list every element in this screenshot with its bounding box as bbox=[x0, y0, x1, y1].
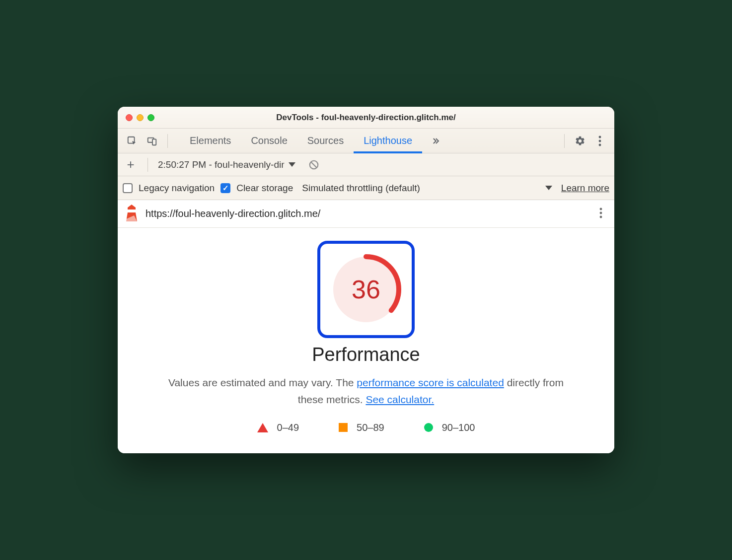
square-icon bbox=[339, 423, 348, 432]
separator bbox=[167, 134, 168, 148]
svg-point-14 bbox=[600, 216, 602, 218]
svg-rect-9 bbox=[129, 210, 135, 212]
chevron-down-icon bbox=[289, 162, 295, 167]
kebab-menu-icon[interactable] bbox=[591, 133, 608, 149]
legend-fail-range: 0–49 bbox=[277, 422, 299, 433]
throttling-label: Simulated throttling (default) bbox=[302, 183, 420, 194]
score-description: Values are estimated and may vary. The p… bbox=[162, 374, 570, 408]
legacy-navigation-checkbox[interactable] bbox=[123, 183, 133, 193]
throttling-selector[interactable]: Simulated throttling (default) bbox=[302, 183, 420, 194]
svg-point-13 bbox=[600, 212, 602, 214]
report-menu-icon[interactable] bbox=[594, 205, 607, 223]
clear-report-icon[interactable] bbox=[305, 156, 322, 173]
window-title: DevTools - foul-heavenly-direction.glitc… bbox=[118, 113, 614, 123]
svg-point-3 bbox=[599, 136, 601, 139]
svg-line-7 bbox=[311, 162, 316, 167]
tab-elements[interactable]: Elements bbox=[180, 129, 241, 153]
svg-point-4 bbox=[599, 140, 601, 142]
main-toolbar: Elements Console Sources Lighthouse bbox=[118, 129, 614, 153]
triangle-icon bbox=[257, 423, 268, 432]
svg-marker-8 bbox=[128, 205, 136, 210]
legend-fail: 0–49 bbox=[257, 422, 299, 433]
score-legend: 0–49 50–89 90–100 bbox=[118, 422, 614, 433]
devtools-window: DevTools - foul-heavenly-direction.glitc… bbox=[118, 107, 614, 453]
tested-url: https://foul-heavenly-direction.glitch.m… bbox=[146, 208, 587, 219]
report-url-row: https://foul-heavenly-direction.glitch.m… bbox=[118, 200, 614, 228]
learn-more-link[interactable]: Learn more bbox=[561, 183, 609, 194]
svg-point-5 bbox=[599, 144, 601, 146]
legend-average: 50–89 bbox=[339, 422, 384, 433]
panel-tabs: Elements Console Sources Lighthouse bbox=[180, 129, 557, 153]
device-toolbar-icon[interactable] bbox=[144, 133, 160, 149]
performance-gauge[interactable]: 36 bbox=[329, 252, 403, 327]
legacy-navigation-label: Legacy navigation bbox=[139, 183, 215, 194]
circle-icon bbox=[424, 423, 433, 432]
score-calc-link[interactable]: performance score is calculated bbox=[357, 377, 504, 388]
legend-avg-range: 50–89 bbox=[357, 422, 384, 433]
see-calculator-link[interactable]: See calculator. bbox=[366, 394, 434, 405]
legend-pass-range: 90–100 bbox=[442, 422, 475, 433]
score-gauge-highlight: 36 bbox=[317, 241, 415, 338]
options-bar: Legacy navigation Clear storage Simulate… bbox=[118, 176, 614, 200]
report-selector[interactable]: 2:50:27 PM - foul-heavenly-dir bbox=[158, 159, 295, 170]
tab-lighthouse[interactable]: Lighthouse bbox=[354, 129, 422, 153]
performance-score: 36 bbox=[329, 252, 403, 327]
category-title: Performance bbox=[118, 344, 614, 365]
separator bbox=[147, 158, 148, 172]
clear-storage-checkbox[interactable] bbox=[220, 183, 230, 193]
more-tabs-icon[interactable] bbox=[427, 133, 444, 149]
desc-text: Values are estimated and may vary. The bbox=[168, 377, 357, 388]
legend-pass: 90–100 bbox=[424, 422, 475, 433]
report-body: 36 Performance Values are estimated and … bbox=[118, 228, 614, 453]
new-report-button[interactable]: + bbox=[124, 157, 138, 172]
inspect-element-icon[interactable] bbox=[124, 133, 141, 149]
settings-gear-icon[interactable] bbox=[572, 133, 588, 149]
tab-sources[interactable]: Sources bbox=[297, 129, 354, 153]
separator bbox=[564, 134, 565, 148]
svg-rect-2 bbox=[152, 139, 156, 145]
lighthouse-subbar: + 2:50:27 PM - foul-heavenly-dir bbox=[118, 153, 614, 176]
chevron-down-icon[interactable] bbox=[545, 186, 552, 190]
clear-storage-label: Clear storage bbox=[236, 183, 293, 194]
tab-console[interactable]: Console bbox=[241, 129, 297, 153]
titlebar: DevTools - foul-heavenly-direction.glitc… bbox=[118, 107, 614, 129]
report-selector-label: 2:50:27 PM - foul-heavenly-dir bbox=[158, 159, 285, 170]
lighthouse-icon bbox=[125, 205, 139, 223]
svg-point-12 bbox=[600, 208, 602, 210]
